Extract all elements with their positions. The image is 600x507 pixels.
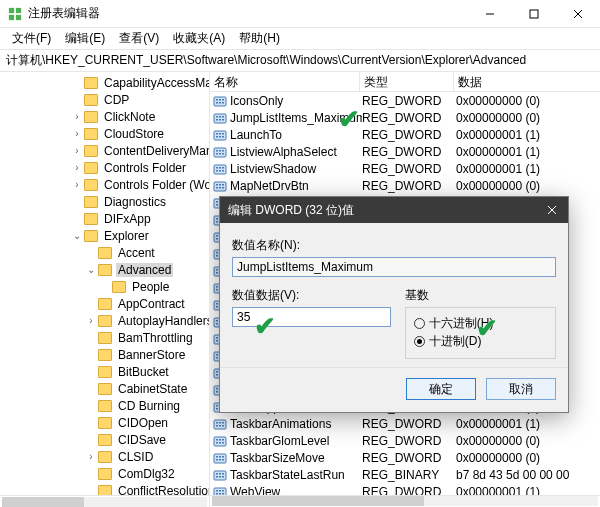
tree-item-label: Advanced (116, 263, 173, 277)
list-pane[interactable]: 名称 类型 数据 IconsOnlyREG_DWORD0x00000000 (0… (210, 72, 600, 495)
tree-item[interactable]: BitBucket (0, 363, 210, 380)
tree-item[interactable]: Accent (0, 244, 210, 261)
svg-rect-44 (216, 184, 218, 186)
tree-pane[interactable]: CapabilityAccessManCDP›ClickNote›CloudSt… (0, 72, 210, 495)
tree-item-label: CabinetState (116, 382, 189, 396)
list-row[interactable]: MapNetDrvBtnREG_DWORD0x00000000 (0) (210, 177, 600, 194)
tree-item[interactable]: CIDSave (0, 431, 210, 448)
dialog-close-button[interactable] (536, 197, 568, 223)
menu-help[interactable]: 帮助(H) (233, 28, 286, 49)
svg-rect-16 (216, 116, 218, 118)
svg-rect-121 (216, 371, 218, 373)
col-data-header[interactable]: 数据 (454, 72, 600, 91)
base-group-label: 基数 (405, 287, 556, 304)
svg-rect-65 (216, 235, 218, 237)
tree-item-label: AutoplayHandlers (116, 314, 210, 328)
row-type: REG_DWORD (362, 111, 456, 125)
tree-item[interactable]: DIFxApp (0, 210, 210, 227)
list-row[interactable]: JumpListItems_MaximumREG_DWORD0x00000000… (210, 109, 600, 126)
chevron-down-icon[interactable]: ⌄ (70, 230, 84, 241)
chevron-right-icon[interactable]: › (70, 145, 84, 156)
address-bar[interactable]: 计算机\HKEY_CURRENT_USER\Software\Microsoft… (0, 50, 600, 72)
chevron-right-icon[interactable]: › (84, 315, 98, 326)
svg-rect-145 (216, 425, 218, 427)
chevron-right-icon[interactable]: › (70, 128, 84, 139)
tree-item-label: ComDlg32 (116, 467, 177, 481)
tree-item[interactable]: ›ContentDeliveryMan (0, 142, 210, 159)
svg-rect-175 (222, 493, 224, 495)
radio-hex[interactable]: 十六进制(H) (414, 314, 547, 332)
tree-item[interactable]: ⌄Advanced (0, 261, 210, 278)
tree-item[interactable]: Diagnostics (0, 193, 210, 210)
row-name: TaskbarSizeMove (230, 451, 362, 465)
row-name: IconsOnly (230, 94, 362, 108)
svg-rect-9 (216, 99, 218, 101)
cancel-button[interactable]: 取消 (486, 378, 556, 400)
tree-item[interactable]: ComDlg32 (0, 465, 210, 482)
row-data: 0x00000000 (0) (456, 434, 600, 448)
maximize-button[interactable] (512, 0, 556, 28)
svg-rect-155 (214, 454, 226, 463)
list-row[interactable]: TaskbarGlomLevelREG_DWORD0x00000000 (0) (210, 432, 600, 449)
minimize-button[interactable] (468, 0, 512, 28)
tree-item[interactable]: ConflictResolution (0, 482, 210, 495)
svg-rect-103 (216, 323, 218, 325)
tree-item[interactable]: CabinetState (0, 380, 210, 397)
list-row[interactable]: LaunchToREG_DWORD0x00000001 (1) (210, 126, 600, 143)
col-name-header[interactable]: 名称 (210, 72, 360, 91)
tree-item[interactable]: CIDOpen (0, 414, 210, 431)
radio-dec[interactable]: 十进制(D) (414, 332, 547, 350)
list-row[interactable]: IconsOnlyREG_DWORD0x00000000 (0) (210, 92, 600, 109)
svg-rect-158 (222, 456, 224, 458)
ok-button[interactable]: 确定 (406, 378, 476, 400)
close-button[interactable] (556, 0, 600, 28)
list-row[interactable]: TaskbarSizeMoveREG_DWORD0x00000000 (0) (210, 449, 600, 466)
svg-rect-33 (216, 153, 218, 155)
tree-item[interactable]: BannerStore (0, 346, 210, 363)
chevron-right-icon[interactable]: › (84, 451, 98, 462)
tree-item[interactable]: AppContract (0, 295, 210, 312)
tree-item[interactable]: ›CloudStore (0, 125, 210, 142)
chevron-right-icon[interactable]: › (70, 111, 84, 122)
list-row[interactable]: ListviewShadowREG_DWORD0x00000001 (1) (210, 160, 600, 177)
row-type: REG_DWORD (362, 417, 456, 431)
reg-value-icon (213, 179, 227, 193)
tree-item[interactable]: ⌄Explorer (0, 227, 210, 244)
list-row[interactable]: TaskbarStateLastRunREG_BINARYb7 8d 43 5d… (210, 466, 600, 483)
tree-item[interactable]: ›Controls Folder (0, 159, 210, 176)
value-name-input[interactable] (232, 257, 556, 277)
dialog-titlebar[interactable]: 编辑 DWORD (32 位)值 (220, 197, 568, 223)
tree-item[interactable]: ›CLSID (0, 448, 210, 465)
tree-horizontal-scrollbar[interactable] (0, 496, 210, 507)
list-row[interactable]: ListviewAlphaSelectREG_DWORD0x00000001 (… (210, 143, 600, 160)
menu-view[interactable]: 查看(V) (113, 28, 165, 49)
tree-item[interactable]: ›AutoplayHandlers (0, 312, 210, 329)
tree-item[interactable]: People (0, 278, 210, 295)
tree-item[interactable]: CapabilityAccessMan (0, 74, 210, 91)
svg-rect-28 (222, 136, 224, 138)
tree-item[interactable]: BamThrottling (0, 329, 210, 346)
svg-rect-13 (219, 102, 221, 104)
tree-item[interactable]: CDP (0, 91, 210, 108)
folder-icon (98, 315, 112, 327)
menu-file[interactable]: 文件(F) (6, 28, 57, 49)
chevron-right-icon[interactable]: › (70, 162, 84, 173)
list-horizontal-scrollbar[interactable] (210, 496, 600, 507)
svg-rect-171 (219, 490, 221, 492)
menu-favorites[interactable]: 收藏夹(A) (167, 28, 231, 49)
svg-rect-156 (216, 456, 218, 458)
svg-rect-128 (216, 388, 218, 390)
tree-item[interactable]: ›ClickNote (0, 108, 210, 125)
tree-item[interactable]: CD Burning (0, 397, 210, 414)
tree-item[interactable]: ›Controls Folder (Wo (0, 176, 210, 193)
list-row[interactable]: WebViewREG_DWORD0x00000001 (1) (210, 483, 600, 495)
value-data-input[interactable] (232, 307, 391, 327)
chevron-right-icon[interactable]: › (70, 179, 84, 190)
col-type-header[interactable]: 类型 (360, 72, 454, 91)
svg-rect-151 (222, 439, 224, 441)
tree-item-label: CLSID (116, 450, 155, 464)
list-row[interactable]: TaskbarAnimationsREG_DWORD0x00000001 (1) (210, 415, 600, 432)
chevron-down-icon[interactable]: ⌄ (84, 264, 98, 275)
menu-edit[interactable]: 编辑(E) (59, 28, 111, 49)
reg-value-icon (213, 468, 227, 482)
